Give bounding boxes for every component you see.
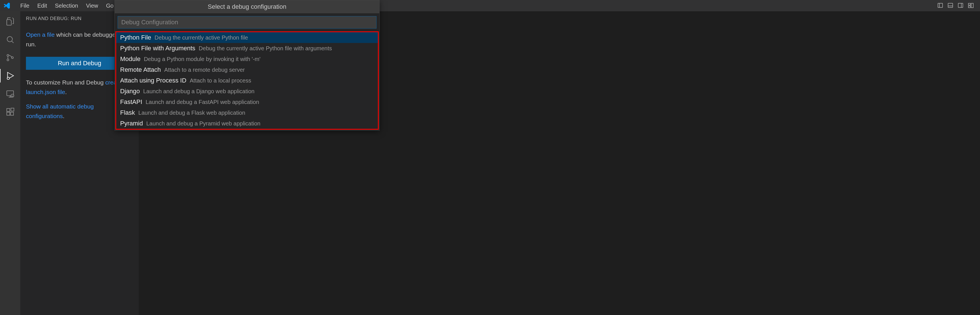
picker-item-label: Pyramid	[120, 120, 143, 127]
picker-item-label: Attach using Process ID	[120, 77, 186, 84]
picker-item-desc: Attach to a local process	[190, 77, 251, 84]
picker-item[interactable]: Python File with ArgumentsDebug the curr…	[116, 43, 378, 54]
picker-item-label: Flask	[120, 109, 135, 117]
picker-item[interactable]: DjangoLaunch and debug a Django web appl…	[116, 86, 378, 97]
picker-item-desc: Launch and debug a Django web applicatio…	[143, 88, 255, 94]
svg-point-12	[7, 59, 9, 61]
picker-item[interactable]: PyramidLaunch and debug a Pyramid web ap…	[116, 118, 378, 129]
picker-item[interactable]: FastAPILaunch and debug a FastAPI web ap…	[116, 97, 378, 107]
source-control-icon[interactable]	[3, 51, 17, 64]
show-all-configs-link[interactable]: Show all automatic debug configurations	[26, 103, 94, 119]
svg-rect-4	[958, 3, 963, 8]
picker-input[interactable]	[118, 16, 377, 29]
svg-point-9	[7, 37, 13, 42]
svg-point-11	[7, 54, 9, 56]
menu-file[interactable]: File	[16, 1, 33, 11]
picker-item-desc: Launch and debug a Flask web application	[138, 110, 245, 116]
layout-secondary-side-icon[interactable]	[958, 2, 964, 9]
picker-item[interactable]: ModuleDebug a Python module by invoking …	[116, 54, 378, 64]
menu-bar: File Edit Selection View Go	[16, 1, 118, 11]
picker-item-label: Django	[120, 88, 140, 95]
picker-item-desc: Debug the currently active Python file	[154, 34, 248, 41]
menu-view[interactable]: View	[82, 1, 102, 11]
picker-item[interactable]: Python FileDebug the currently active Py…	[116, 32, 378, 43]
extensions-icon[interactable]	[3, 105, 17, 119]
vscode-logo-icon	[3, 2, 11, 10]
picker-item-label: FastAPI	[120, 98, 142, 106]
picker-title: Select a debug configuration	[115, 0, 379, 13]
customize-layout-icon[interactable]	[967, 2, 974, 9]
menu-selection[interactable]: Selection	[51, 1, 82, 11]
run-debug-icon[interactable]	[3, 69, 17, 83]
svg-rect-8	[971, 3, 973, 8]
menu-edit[interactable]: Edit	[33, 1, 51, 11]
picker-item[interactable]: Remote AttachAttach to a remote debug se…	[116, 64, 378, 75]
search-icon[interactable]	[3, 33, 17, 46]
picker-item-label: Python File with Arguments	[120, 45, 196, 52]
titlebar-controls	[937, 2, 977, 9]
picker-list: Python FileDebug the currently active Py…	[115, 31, 379, 130]
picker-item-label: Python File	[120, 34, 151, 41]
svg-line-10	[11, 41, 14, 43]
svg-rect-19	[7, 109, 10, 112]
debug-config-picker: Select a debug configuration Python File…	[115, 0, 380, 131]
layout-panel-icon[interactable]	[947, 2, 954, 9]
picker-item-desc: Launch and debug a FastAPI web applicati…	[146, 99, 259, 106]
picker-item-label: Module	[120, 55, 140, 63]
svg-rect-7	[969, 6, 970, 8]
svg-rect-6	[969, 3, 970, 5]
picker-item[interactable]: FlaskLaunch and debug a Flask web applic…	[116, 107, 378, 118]
svg-rect-22	[11, 108, 14, 111]
picker-item-desc: Launch and debug a Pyramid web applicati…	[146, 120, 261, 127]
svg-rect-2	[948, 3, 953, 8]
picker-item-label: Remote Attach	[120, 66, 161, 74]
svg-rect-0	[938, 3, 943, 8]
picker-item-desc: Attach to a remote debug server	[164, 67, 245, 73]
activity-bar	[0, 11, 20, 315]
svg-rect-20	[7, 112, 10, 115]
svg-rect-21	[10, 112, 14, 115]
customize-suffix: .	[65, 89, 67, 95]
picker-item[interactable]: Attach using Process IDAttach to a local…	[116, 75, 378, 86]
open-file-link[interactable]: Open a file	[26, 31, 55, 38]
picker-item-desc: Debug the currently active Python file w…	[199, 45, 332, 52]
picker-item-desc: Debug a Python module by invoking it wit…	[144, 56, 260, 62]
customize-prefix: To customize Run and Debug	[26, 79, 105, 86]
layout-primary-side-icon[interactable]	[937, 2, 944, 9]
explorer-icon[interactable]	[3, 15, 17, 28]
remote-explorer-icon[interactable]	[3, 87, 17, 101]
